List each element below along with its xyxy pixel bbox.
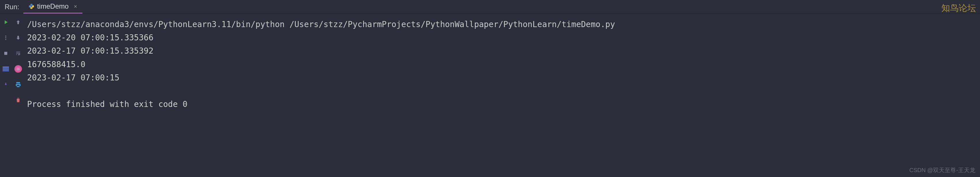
gutter-right xyxy=(11,14,25,177)
trace-button[interactable] xyxy=(14,65,22,73)
svg-point-1 xyxy=(5,37,6,38)
svg-rect-3 xyxy=(4,52,8,55)
console-line: 2023-02-17 07:00:15 xyxy=(27,73,119,83)
scroll-down-button[interactable] xyxy=(14,33,22,42)
clear-button[interactable] xyxy=(14,96,22,104)
run-body: /Users/stzz/anaconda3/envs/PythonLearn3.… xyxy=(0,14,980,177)
print-button[interactable] xyxy=(14,80,22,89)
stop-button[interactable] xyxy=(2,49,10,57)
console-exit-line: Process finished with exit code 0 xyxy=(27,99,187,109)
run-toolbar: Run: timeDemo × xyxy=(0,0,980,14)
layout-button[interactable] xyxy=(2,65,10,73)
watermark-top-right: 知鸟论坛 xyxy=(941,2,976,14)
trace-icon xyxy=(14,65,22,73)
close-icon[interactable]: × xyxy=(74,3,77,10)
console-command-line: /Users/stzz/anaconda3/envs/PythonLearn3.… xyxy=(27,19,615,29)
gutter-left xyxy=(0,14,11,177)
svg-rect-4 xyxy=(3,67,9,68)
run-button[interactable] xyxy=(2,18,10,27)
run-tab-timedemo[interactable]: timeDemo × xyxy=(23,0,83,14)
console-line: 1676588415.0 xyxy=(27,60,85,69)
more-button[interactable] xyxy=(2,33,10,42)
pin-button[interactable] xyxy=(2,80,10,89)
scroll-up-button[interactable] xyxy=(14,18,22,27)
console-output[interactable]: /Users/stzz/anaconda3/envs/PythonLearn3.… xyxy=(25,14,980,177)
svg-point-0 xyxy=(5,36,6,37)
run-tab-label: timeDemo xyxy=(37,2,68,10)
soft-wrap-button[interactable] xyxy=(14,49,22,57)
console-line: 2023-02-17 07:00:15.335392 xyxy=(27,46,153,56)
console-line: 2023-02-20 07:00:15.335366 xyxy=(27,33,153,42)
svg-point-2 xyxy=(5,39,6,40)
svg-rect-6 xyxy=(3,70,9,72)
python-file-icon xyxy=(29,3,34,9)
run-panel-label: Run: xyxy=(0,3,23,11)
watermark-bottom-right: CSDN @双天至尊-王天龙 xyxy=(909,166,975,174)
svg-rect-5 xyxy=(3,68,9,70)
